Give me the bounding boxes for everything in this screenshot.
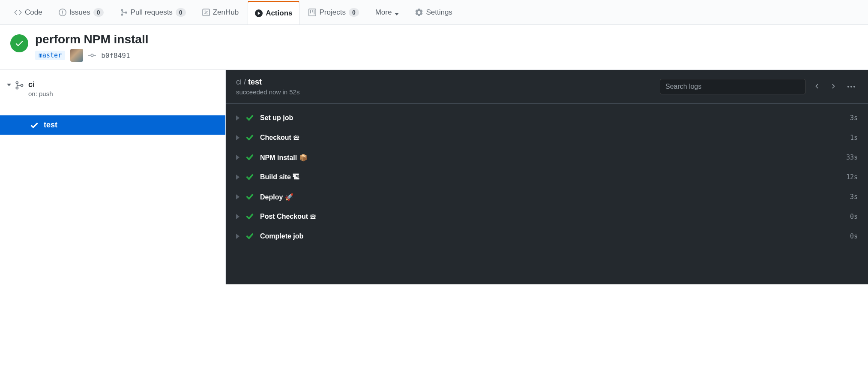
step-name: NPM install 📦 [260, 154, 840, 162]
commit-icon [88, 51, 96, 59]
tab-more-label: More [375, 8, 392, 17]
check-icon [15, 39, 24, 48]
svg-point-4 [16, 81, 18, 84]
step-duration: 1s [850, 134, 858, 142]
search-logs-input[interactable] [660, 79, 805, 94]
tab-pulls[interactable]: Pull requests 0 [113, 1, 193, 24]
status-badge [10, 34, 28, 52]
page-title: perform NPM install [35, 33, 148, 46]
tab-settings[interactable]: Settings [408, 1, 459, 24]
chevron-left-icon [814, 83, 820, 89]
log-status: succeeded now in 52s [236, 88, 299, 96]
tab-actions-label: Actions [266, 9, 292, 18]
log-header: ci / test succeeded now in 52s [226, 70, 868, 104]
repo-tabnav: Code Issues 0 Pull requests 0 ZenHub Act… [0, 0, 868, 25]
caret-right-icon [236, 175, 239, 180]
check-icon [245, 133, 254, 142]
tab-actions[interactable]: Actions [248, 1, 299, 24]
next-result-button[interactable] [829, 81, 838, 92]
svg-point-6 [21, 84, 23, 87]
tab-issues-label: Issues [69, 8, 90, 17]
step-duration: 3s [850, 193, 858, 201]
issues-counter: 0 [93, 8, 104, 17]
caret-right-icon [236, 115, 239, 121]
step-duration: 0s [850, 232, 858, 240]
step-row[interactable]: Build site 🏗 12s [236, 167, 858, 187]
tab-more[interactable]: More [368, 1, 407, 24]
log-breadcrumb: ci / test [236, 78, 299, 87]
tab-pulls-label: Pull requests [131, 8, 173, 17]
check-icon [245, 153, 254, 162]
pulls-counter: 0 [176, 8, 186, 17]
step-row[interactable]: Deploy 🚀 3s [236, 187, 858, 207]
tab-projects[interactable]: Projects 0 [301, 1, 366, 24]
step-row[interactable]: NPM install 📦 33s [236, 148, 858, 167]
project-icon [308, 9, 316, 16]
crumb-job: test [248, 78, 262, 86]
check-icon [245, 232, 254, 241]
step-duration: 33s [846, 154, 858, 161]
step-row[interactable]: Post Checkout 🛎 0s [236, 207, 858, 226]
caret-right-icon [236, 135, 239, 140]
step-name: Deploy 🚀 [260, 193, 844, 201]
run-header: perform NPM install master b0f8491 [0, 25, 868, 70]
run-title-block: perform NPM install master b0f8491 [35, 33, 148, 62]
caret-right-icon [236, 155, 239, 160]
code-icon [14, 9, 22, 16]
log-panel: ci / test succeeded now in 52s Set up jo… [226, 70, 868, 284]
crumb-workflow: ci [236, 78, 242, 86]
commit-sha[interactable]: b0f8491 [101, 51, 130, 60]
chevron-down-icon [395, 13, 399, 15]
caret-right-icon [236, 194, 239, 199]
step-duration: 12s [846, 173, 858, 181]
svg-point-5 [16, 87, 18, 89]
check-icon [245, 173, 254, 181]
log-title-block: ci / test succeeded now in 52s [236, 78, 299, 96]
workflow-name: ci [28, 80, 53, 89]
caret-right-icon [236, 214, 239, 219]
step-name: Checkout 🛎 [260, 134, 844, 142]
pull-request-icon [120, 9, 128, 16]
steps-list: Set up job 3s Checkout 🛎 1s NPM install … [226, 104, 868, 250]
caret-right-icon [236, 234, 239, 239]
tab-issues[interactable]: Issues 0 [51, 1, 111, 24]
sidebar-job-test[interactable]: test [0, 115, 225, 135]
step-name: Set up job [260, 114, 844, 122]
step-duration: 0s [850, 213, 858, 220]
more-menu-button[interactable] [845, 83, 858, 90]
log-header-actions [660, 79, 858, 94]
check-icon [245, 193, 254, 201]
avatar[interactable] [70, 49, 83, 62]
prev-result-button[interactable] [812, 81, 822, 92]
issue-icon [59, 9, 66, 16]
tab-code[interactable]: Code [7, 1, 50, 24]
tab-settings-label: Settings [426, 8, 452, 17]
tab-zenhub-label: ZenHub [213, 8, 239, 17]
step-row[interactable]: Checkout 🛎 1s [236, 128, 858, 148]
workflow-icon [15, 81, 24, 90]
step-name: Complete job [260, 232, 844, 240]
run-meta: master b0f8491 [35, 49, 148, 62]
tab-zenhub[interactable]: ZenHub [195, 1, 246, 24]
step-name: Post Checkout 🛎 [260, 213, 844, 220]
tab-projects-label: Projects [319, 8, 345, 17]
step-name: Build site 🏗 [260, 173, 840, 181]
job-name: test [44, 121, 57, 130]
tab-code-label: Code [25, 8, 42, 17]
body-split: ci on: push test ci / test succeeded now… [0, 70, 868, 284]
play-circle-icon [255, 9, 263, 17]
chevron-right-icon [830, 83, 836, 89]
step-row[interactable]: Set up job 3s [236, 108, 858, 128]
check-icon [245, 212, 254, 221]
workflow-trigger: on: push [28, 90, 53, 97]
caret-down-icon [7, 84, 11, 86]
branch-tag[interactable]: master [35, 51, 65, 60]
svg-point-1 [91, 54, 93, 57]
workflow-sidebar: ci on: push test [0, 70, 226, 284]
check-icon [30, 121, 39, 130]
check-icon [245, 114, 254, 122]
step-duration: 3s [850, 114, 858, 122]
step-row[interactable]: Complete job 0s [236, 226, 858, 246]
workflow-header[interactable]: ci on: push [0, 80, 225, 103]
projects-counter: 0 [349, 8, 359, 17]
